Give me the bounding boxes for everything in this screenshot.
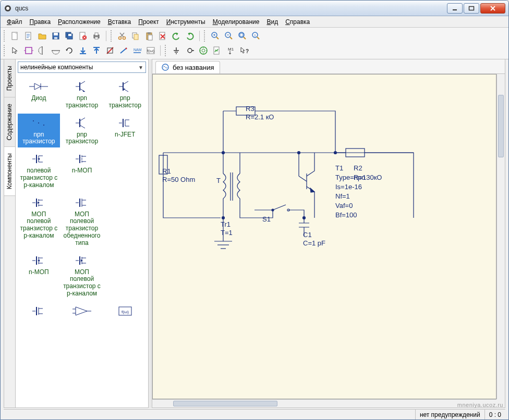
menu-tools[interactable]: Инструменты <box>163 17 209 27</box>
copy-icon[interactable] <box>129 30 142 42</box>
cut-icon[interactable] <box>116 30 128 42</box>
mirror-h-icon[interactable] <box>36 44 49 57</box>
wire-label-icon[interactable]: NAME <box>131 44 143 57</box>
print-icon[interactable] <box>90 30 103 42</box>
open-icon[interactable] <box>36 30 49 42</box>
menu-view[interactable]: Вид <box>263 17 281 27</box>
document-tabs: без названия <box>152 59 505 74</box>
zoom-fit-icon[interactable] <box>236 30 249 42</box>
paste-icon[interactable] <box>143 30 155 42</box>
palette-item[interactable]: n-JFET <box>104 114 146 148</box>
label-S1: S1 <box>262 215 271 223</box>
label-T1-nf: Nf=1 <box>335 192 350 200</box>
pointer-icon[interactable] <box>9 44 21 57</box>
label-Tr1-name: Tr1 <box>221 220 231 228</box>
zoom-in-icon[interactable] <box>209 30 222 42</box>
component-symbol-icon <box>19 152 59 166</box>
mirror-v-icon[interactable] <box>50 44 62 57</box>
scrollbar-horizontal[interactable] <box>152 399 496 407</box>
delete-icon[interactable] <box>156 30 169 42</box>
palette-item[interactable]: pnp транзистор <box>104 77 146 112</box>
wire-icon[interactable] <box>117 44 130 57</box>
component-symbol-icon <box>62 116 102 130</box>
palette-item[interactable] <box>104 150 146 191</box>
deactivate-icon[interactable] <box>104 44 116 57</box>
component-symbol-icon: f(ω) <box>105 304 145 318</box>
palette-item[interactable] <box>61 302 103 322</box>
toolbar-grip[interactable] <box>165 45 168 56</box>
palette-item[interactable] <box>104 193 146 249</box>
component-symbol-icon <box>105 116 145 130</box>
palette-item[interactable]: npn транзистор <box>61 77 103 112</box>
palette-item-label: Диод <box>19 95 59 102</box>
zoom-1-icon[interactable]: 1 <box>250 30 262 42</box>
save-icon[interactable] <box>50 30 62 42</box>
equation-icon[interactable]: f(ω) <box>144 44 157 57</box>
palette-item[interactable]: f(ω) <box>104 302 146 322</box>
redo-icon[interactable] <box>184 30 196 42</box>
ground-icon[interactable] <box>170 44 183 57</box>
toolbar-grip[interactable] <box>204 30 207 42</box>
component-icon[interactable] <box>22 44 35 57</box>
go-out-icon[interactable] <box>90 44 103 57</box>
palette-item[interactable] <box>18 302 60 322</box>
svg-rect-16 <box>68 34 71 36</box>
document-tab[interactable]: без названия <box>155 61 220 73</box>
close-button[interactable] <box>480 3 505 14</box>
palette-item[interactable]: МОП полевой транзистор обедненного типа <box>61 193 103 249</box>
marker-icon[interactable]: M1 <box>224 44 237 57</box>
undo-icon[interactable] <box>170 30 183 42</box>
go-into-icon[interactable] <box>77 44 89 57</box>
chevron-down-icon: ▼ <box>138 65 143 70</box>
palette-item[interactable]: МОП полевой транзистор с p-каналом <box>61 251 103 300</box>
palette-item[interactable]: npn транзистор <box>18 114 60 148</box>
palette-item[interactable]: pnp транзистор <box>61 114 103 148</box>
port-icon[interactable] <box>184 44 196 57</box>
palette-item[interactable]: МОП полевой транзистор с p-каналом <box>18 193 60 249</box>
sidebar-tab-contents[interactable]: Содержание <box>4 97 15 147</box>
svg-line-56 <box>107 47 113 54</box>
menu-position[interactable]: Расположение <box>55 17 104 27</box>
sidebar-tab-components[interactable]: Компоненты <box>4 147 15 196</box>
svg-line-44 <box>244 37 246 39</box>
minimize-button[interactable] <box>447 3 463 14</box>
component-symbol-icon <box>62 304 102 318</box>
svg-rect-23 <box>95 37 98 39</box>
palette-item-label: pnp транзистор <box>62 131 102 146</box>
rotate-icon[interactable] <box>63 44 76 57</box>
menu-file[interactable]: Файл <box>4 17 26 27</box>
menu-project[interactable]: Проект <box>135 17 162 27</box>
schematic-canvas[interactable]: R3 R=2.1 кО R1 R=50 Ohm T Tr1 T=1 S1 C1 … <box>152 74 496 399</box>
help-cursor-icon[interactable]: ? <box>238 44 250 57</box>
toolbar-grip[interactable] <box>111 30 114 42</box>
dataset-icon[interactable] <box>211 44 223 57</box>
zoom-out-icon[interactable] <box>223 30 235 42</box>
toolbar-grip[interactable] <box>4 30 7 42</box>
scrollbar-vertical[interactable] <box>496 74 505 399</box>
status-warnings: нет предупреждений <box>415 410 484 419</box>
label-T1-is: Is=1e-16 <box>335 183 362 191</box>
sidebar: Проекты Содержание Компоненты нелинейные… <box>4 59 149 408</box>
save-all-icon[interactable] <box>63 30 76 42</box>
simulate-icon[interactable] <box>197 44 210 57</box>
new-text-icon[interactable] <box>22 30 35 42</box>
palette-item[interactable] <box>104 251 146 300</box>
palette-item[interactable]: полевой транзистор с p-каналом <box>18 150 60 191</box>
sidebar-tab-projects[interactable]: Проекты <box>4 59 15 97</box>
new-icon[interactable] <box>9 30 21 42</box>
label-R2-val: R=130кО <box>354 174 382 181</box>
maximize-button[interactable] <box>464 3 479 14</box>
window-title: qucs <box>15 5 447 12</box>
menu-insert[interactable]: Вставка <box>105 17 135 27</box>
menu-edit[interactable]: Правка <box>27 17 54 27</box>
svg-point-152 <box>303 217 306 219</box>
component-category-combo[interactable]: нелинейные компоненты ▼ <box>18 61 146 73</box>
menu-help[interactable]: Справка <box>282 17 313 27</box>
menu-simulate[interactable]: Моделирование <box>210 17 263 27</box>
svg-line-47 <box>257 37 259 39</box>
close-file-icon[interactable] <box>77 30 89 42</box>
palette-item[interactable]: n-МОП <box>18 251 60 300</box>
toolbar-grip[interactable] <box>4 45 7 56</box>
palette-item[interactable]: Диод <box>18 77 60 112</box>
palette-item[interactable]: n-МОП <box>61 150 103 191</box>
